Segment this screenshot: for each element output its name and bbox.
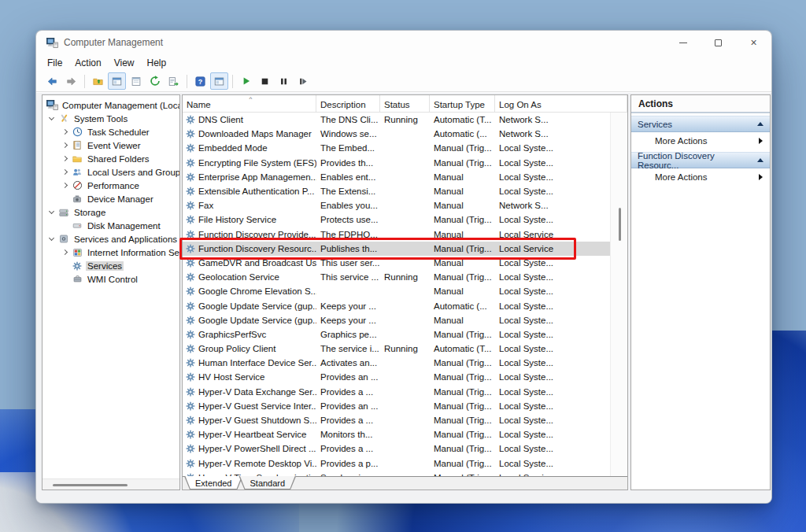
services-list-header: ^NameDescriptionStatusStartup TypeLog On… [183, 95, 627, 113]
cell-startup-type: Automatic (... [430, 129, 495, 139]
action-item-more-actions[interactable]: More Actions [631, 168, 770, 186]
service-row-hyper-v-powershell-direct[interactable]: Hyper-V PowerShell Direct ...Provides a … [183, 441, 610, 456]
export-list-button[interactable] [165, 72, 183, 90]
chevron-down-icon[interactable] [46, 117, 57, 120]
tree-item-shared-folders[interactable]: Shared Folders [43, 152, 179, 165]
refresh-button[interactable] [146, 72, 164, 90]
tree-item-performance[interactable]: Performance [43, 179, 179, 192]
title-bar[interactable]: Computer Management × [36, 31, 771, 54]
actions-section-services[interactable]: Services [631, 116, 770, 132]
chevron-right-icon[interactable] [59, 183, 71, 187]
gear-icon [186, 430, 195, 439]
menu-view[interactable]: View [108, 57, 141, 69]
cell-log-on-as: Local Syste... [495, 158, 610, 168]
show-action-pane-button[interactable] [210, 72, 228, 90]
service-row-fax[interactable]: FaxEnables you...ManualNetwork S... [183, 198, 610, 212]
collapse-chevron-icon[interactable] [757, 122, 763, 126]
tree-item-label: WMI Control [86, 275, 139, 284]
column-header-log-on-as[interactable]: Log On As [495, 95, 627, 112]
tree-item-services-and-applications[interactable]: Services and Applications [43, 232, 179, 246]
service-row-human-interface-device-ser[interactable]: Human Interface Device Ser...Activates a… [183, 356, 610, 370]
tree-item-local-users-and-groups[interactable]: Local Users and Groups [43, 165, 179, 179]
actions-body: ServicesMore ActionsFunction Discovery R… [631, 116, 770, 186]
service-row-graphicsperfsvc[interactable]: GraphicsPerfSvcGraphics pe...Manual (Tri… [183, 327, 610, 342]
service-row-geolocation-service[interactable]: Geolocation ServiceThis service ...Runni… [183, 270, 610, 284]
tab-extended[interactable]: Extended [184, 476, 242, 490]
collapse-chevron-icon[interactable] [757, 158, 763, 162]
chevron-right-icon[interactable] [59, 143, 71, 147]
chevron-right-icon[interactable] [59, 170, 71, 174]
tree-item-label: Disk Management [86, 221, 162, 231]
cell-log-on-as: Local Syste... [495, 172, 610, 182]
tree-item-storage[interactable]: Storage [43, 205, 179, 219]
back-button[interactable] [43, 72, 61, 90]
horizontal-scrollbar-thumb[interactable] [53, 484, 128, 486]
help-button[interactable]: ? [191, 72, 209, 90]
cell-description: Monitors th... [316, 430, 380, 439]
tree-item-services[interactable]: Services [43, 259, 179, 272]
service-row-enterprise-app-managemen[interactable]: Enterprise App Managemen...Enables ent..… [183, 170, 610, 184]
service-row-downloaded-maps-manager[interactable]: Downloaded Maps ManagerWindows se...Auto… [183, 127, 610, 141]
vertical-scrollbar[interactable] [610, 113, 627, 476]
service-row-encrypting-file-system-efs[interactable]: Encrypting File System (EFS)Provides th.… [183, 156, 610, 170]
cell-name: Google Update Service (gup... [183, 301, 316, 311]
cell-startup-type: Manual (Trig... [430, 358, 495, 368]
actions-section-function-discovery-resourc[interactable]: Function Discovery Resourc... [631, 152, 770, 168]
menu-help[interactable]: Help [141, 57, 173, 69]
column-header-status[interactable]: Status [380, 95, 430, 112]
maximize-button[interactable] [701, 31, 736, 54]
service-row-extensible-authentication-p[interactable]: Extensible Authentication P...The Extens… [183, 184, 610, 198]
tree-item-system-tools[interactable]: System Tools [43, 112, 179, 125]
tree-item-device-manager[interactable]: Device Manager [43, 192, 179, 205]
show-console-tree-button[interactable] [108, 72, 126, 90]
service-row-hyper-v-time-synchronizatio[interactable]: Hyper-V Time Synchronizatio...Synchroniz… [183, 471, 610, 476]
tree-item-internet-information-ser[interactable]: Internet Information Ser [43, 246, 179, 259]
tree-item-disk-management[interactable]: Disk Management [43, 219, 179, 232]
tree-item-computer-management-local[interactable]: Computer Management (Local [43, 98, 179, 112]
start-service-button[interactable] [237, 72, 255, 90]
close-button[interactable]: × [736, 31, 771, 54]
service-row-file-history-service[interactable]: File History ServiceProtects use...Manua… [183, 212, 610, 227]
column-header-name[interactable]: ^Name [183, 95, 316, 112]
service-row-hyper-v-guest-shutdown-s[interactable]: Hyper-V Guest Shutdown S...Provides a ..… [183, 413, 610, 427]
forward-button[interactable] [62, 72, 80, 90]
service-row-google-chrome-elevation-s[interactable]: Google Chrome Elevation S...ManualLocal … [183, 284, 610, 298]
menu-action[interactable]: Action [68, 57, 107, 69]
properties-button[interactable] [127, 72, 145, 90]
chevron-right-icon[interactable] [59, 157, 71, 161]
chevron-right-icon[interactable] [59, 130, 71, 134]
service-row-google-update-service-gup[interactable]: Google Update Service (gup...Keeps your … [183, 313, 610, 327]
column-header-startup-type[interactable]: Startup Type [430, 95, 495, 112]
cell-name: Hyper-V Data Exchange Ser... [183, 387, 316, 397]
chevron-down-icon[interactable] [46, 238, 57, 240]
service-row-hyper-v-guest-service-inter[interactable]: Hyper-V Guest Service Inter...Provides a… [183, 399, 610, 413]
tree-item-task-scheduler[interactable]: Task Scheduler [43, 125, 179, 139]
horizontal-scrollbar[interactable] [43, 478, 179, 490]
chevron-right-icon[interactable] [59, 250, 71, 254]
chevron-down-icon[interactable] [46, 211, 57, 213]
column-header-description[interactable]: Description [316, 95, 380, 112]
action-item-more-actions[interactable]: More Actions [631, 132, 770, 150]
menu-file[interactable]: File [41, 57, 68, 69]
vertical-scrollbar-thumb[interactable] [619, 208, 621, 241]
content-area: Computer Management (LocalSystem ToolsTa… [36, 93, 771, 503]
service-row-hyper-v-data-exchange-ser[interactable]: Hyper-V Data Exchange Ser...Provides a .… [183, 385, 610, 399]
up-one-level-button[interactable] [89, 72, 107, 90]
service-row-hyper-v-heartbeat-service[interactable]: Hyper-V Heartbeat ServiceMonitors th...M… [183, 427, 610, 441]
service-row-hv-host-service[interactable]: HV Host ServiceProvides an ...Manual (Tr… [183, 370, 610, 384]
pause-service-button[interactable] [275, 72, 293, 90]
service-row-embedded-mode[interactable]: Embedded ModeThe Embed...Manual (Trig...… [183, 141, 610, 155]
service-row-group-policy-client[interactable]: Group Policy ClientThe service i...Runni… [183, 342, 610, 356]
restart-service-button[interactable] [294, 72, 312, 90]
tab-standard[interactable]: Standard [238, 476, 296, 490]
stop-service-button[interactable] [256, 72, 274, 90]
minimize-button[interactable] [665, 31, 701, 54]
tree-item-event-viewer[interactable]: Event Viewer [43, 139, 179, 152]
cell-description: Provides a ... [316, 416, 380, 425]
service-row-google-update-service-gup[interactable]: Google Update Service (gup...Keeps your … [183, 298, 610, 312]
service-row-dns-client[interactable]: DNS ClientThe DNS Cli...RunningAutomatic… [183, 113, 610, 127]
service-row-hyper-v-remote-desktop-vi[interactable]: Hyper-V Remote Desktop Vi...Provides a p… [183, 456, 610, 471]
tree-item-wmi-control[interactable]: WMI Control [43, 272, 179, 286]
service-name: Embedded Mode [198, 143, 268, 153]
wmi-icon [71, 275, 83, 283]
